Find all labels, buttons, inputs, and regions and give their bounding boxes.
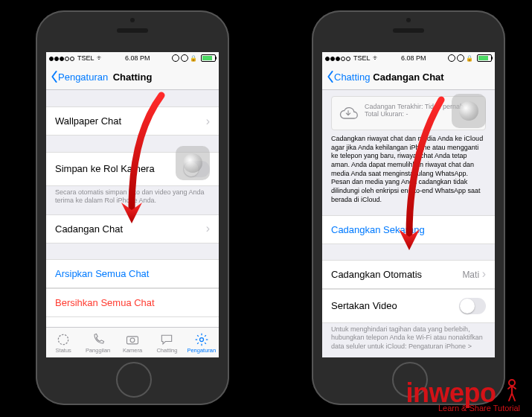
status-bar: TSEL ᯤ 6.08 PM 🔒 [46, 52, 219, 64]
back-label: Pengaturan [58, 71, 108, 83]
assistive-touch-icon[interactable] [452, 94, 486, 128]
gear-icon [194, 332, 209, 347]
camera-icon [125, 332, 140, 347]
home-button[interactable] [116, 362, 152, 398]
phone-speaker [117, 28, 148, 33]
back-button[interactable]: Pengaturan [51, 71, 108, 83]
tab-chats[interactable]: Chatting [150, 328, 184, 357]
last-backup: Cadangan Terakhir: Tidak pernah [365, 103, 464, 110]
navbar: Pengaturan Chatting [46, 64, 219, 90]
svg-point-3 [199, 337, 203, 341]
back-label: Chatting [334, 71, 370, 83]
phone-speaker [393, 28, 424, 33]
content-left: Wallpaper Chat› Simpan ke Rol Kamera Sec… [46, 90, 219, 357]
screen-left: TSEL ᯤ 6.08 PM 🔒 Pengaturan Chatting Wal… [46, 52, 219, 357]
phone-icon [91, 332, 106, 347]
row-backup-chat[interactable]: Cadangan Chat› [46, 214, 219, 243]
phone-camera [406, 18, 411, 22]
carrier-label: TSEL [353, 54, 371, 62]
iphone-right: TSEL ᯤ 6.08 PM 🔒 Chatting Cadangan Chat … [312, 10, 505, 405]
wifi-icon: ᯤ [373, 54, 379, 62]
backup-description: Cadangkan riwayat chat dan media Anda ke… [322, 130, 495, 209]
row-include-video[interactable]: Sertakan Video [322, 289, 495, 323]
footer-text: Untuk menghindari tagihan data yang berl… [322, 322, 495, 351]
screen-right: TSEL ᯤ 6.08 PM 🔒 Chatting Cadangan Chat … [322, 52, 495, 357]
back-button[interactable]: Chatting [327, 71, 370, 83]
row-wallpaper[interactable]: Wallpaper Chat› [46, 106, 219, 136]
chevron-left-icon [51, 71, 58, 83]
tabbar: Status Panggilan Kamera Chatting Pengatu… [46, 327, 219, 357]
total-size: Total Ukuran: - [365, 110, 464, 118]
navbar: Chatting Cadangan Chat [322, 64, 495, 90]
svg-rect-1 [127, 336, 138, 343]
assistive-touch-icon[interactable] [176, 146, 210, 180]
wifi-icon: ᯤ [97, 54, 103, 62]
signal-dots [49, 54, 75, 62]
row-archive-all[interactable]: Arsipkan Semua Chat [46, 259, 219, 288]
status-icon [56, 332, 71, 347]
chat-icon [159, 332, 174, 347]
chevron-right-icon: › [482, 267, 486, 280]
row-clear-all[interactable]: Bersihkan Semua Chat [46, 288, 219, 317]
svg-point-2 [130, 337, 135, 342]
battery-icon [201, 54, 216, 62]
svg-point-4 [509, 380, 515, 386]
carrier-label: TSEL [77, 54, 94, 62]
status-bar: TSEL ᯤ 6.08 PM 🔒 [322, 52, 495, 64]
tab-calls[interactable]: Panggilan [80, 328, 115, 357]
status-time: 6.08 PM [125, 54, 150, 62]
watermark-logo: inwepo Learn & Share Tutorial [406, 378, 520, 413]
svg-point-0 [59, 334, 68, 344]
signal-dots [325, 54, 351, 62]
iphone-left: TSEL ᯤ 6.08 PM 🔒 Pengaturan Chatting Wal… [36, 10, 229, 405]
footer-save-roll: Secara otomatis simpan foto dan video ya… [46, 185, 219, 206]
tab-settings[interactable]: Pengaturan [185, 328, 219, 357]
row-auto-backup[interactable]: Cadangkan OtomatisMati › [322, 260, 495, 289]
battery-icon [477, 54, 492, 62]
row-backup-now[interactable]: Cadangkan Sekarang [322, 215, 495, 244]
tab-status[interactable]: Status [46, 328, 80, 357]
switch-include-video[interactable] [459, 298, 486, 314]
chevron-left-icon [327, 71, 334, 83]
tab-camera[interactable]: Kamera [115, 328, 150, 357]
status-time: 6.08 PM [401, 54, 426, 62]
status-icons: 🔒 [448, 54, 492, 62]
cloud-icon [338, 103, 359, 124]
content-right: Cadangan Terakhir: Tidak pernah Total Uk… [322, 90, 495, 357]
logo-figure-icon [504, 378, 520, 405]
status-icons: 🔒 [172, 54, 216, 62]
phone-camera [130, 18, 135, 22]
